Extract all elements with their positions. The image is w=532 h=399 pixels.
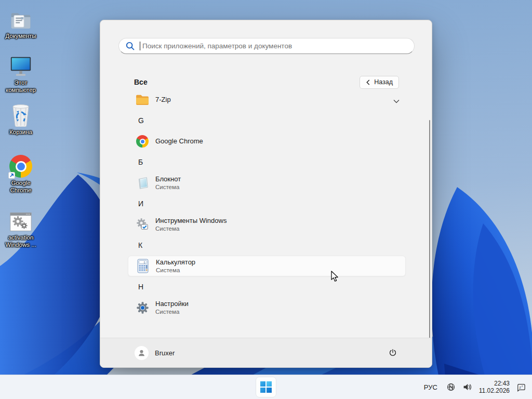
chrome-logo-icon <box>135 134 150 149</box>
speaker-icon[interactable] <box>462 382 472 392</box>
language-indicator[interactable]: РУС <box>422 382 440 392</box>
chevron-down-icon[interactable] <box>393 96 400 105</box>
svg-text:z: z <box>522 385 523 388</box>
desktop-icon-documents[interactable]: Документы <box>1 7 41 39</box>
desktop-icon-label: activation Windows ... <box>1 234 41 248</box>
folder-icon <box>135 92 150 108</box>
start-menu: Все Назад 7-Zip G Google Chrome <box>100 20 432 368</box>
windows-start-icon <box>260 381 272 393</box>
back-button[interactable]: Назад <box>360 76 399 89</box>
mouse-cursor <box>330 271 340 283</box>
app-list-item-google-chrome[interactable]: Google Chrome <box>128 131 406 152</box>
desktop-icon-label: Документы <box>5 32 36 39</box>
taskbar: РУС 22:43 11.02.2026 z z <box>0 375 532 399</box>
monitor-icon <box>9 54 32 77</box>
search-icon <box>125 41 135 51</box>
app-list-item-windows-tools[interactable]: Инструменты WindowsСистема <box>128 214 406 235</box>
desktop-icon-label: Google Chrome <box>1 179 41 194</box>
user-avatar-icon <box>135 346 149 360</box>
search-box[interactable] <box>118 38 415 54</box>
section-header-G: G <box>128 110 406 131</box>
user-account-button[interactable]: Bruxer <box>135 346 175 360</box>
app-list-item-7zip[interactable]: 7-Zip <box>128 89 406 110</box>
svg-text:z: z <box>519 385 521 389</box>
user-name: Bruxer <box>155 349 175 357</box>
desktop-icon-this-pc[interactable]: Этот компьютер <box>1 54 41 94</box>
power-icon <box>388 348 397 357</box>
globe-offline-icon[interactable] <box>446 382 456 392</box>
start-menu-footer: Bruxer <box>100 338 432 367</box>
desktop-icon-google-chrome[interactable]: Google Chrome <box>1 154 41 194</box>
all-apps-title: Все <box>134 78 148 86</box>
desktop-icon-label: Этот компьютер <box>1 79 41 94</box>
text-caret <box>140 42 140 50</box>
chrome-logo-icon <box>9 154 32 178</box>
windows-tools-icon <box>135 217 150 232</box>
scrollbar-thumb[interactable] <box>429 120 430 339</box>
script-window-icon <box>9 208 32 232</box>
settings-gear-icon <box>135 300 150 315</box>
section-header-К: К <box>128 235 406 256</box>
desktop-icon-activation-windows[interactable]: activation Windows ... <box>1 208 41 248</box>
section-header-И: И <box>128 193 406 214</box>
app-list: 7-Zip G Google Chrome Б <box>128 89 406 318</box>
app-list-item-notepad[interactable]: БлокнотСистема <box>128 172 406 193</box>
back-chevron-icon <box>366 79 370 85</box>
notepad-icon <box>135 175 150 191</box>
dnd-notification-icon[interactable]: z z <box>516 383 526 392</box>
system-tray: РУС 22:43 11.02.2026 z z <box>422 375 526 399</box>
desktop-icon-recycle-bin[interactable]: Корзина <box>1 103 41 136</box>
svg-text:0: 0 <box>144 261 145 264</box>
app-list-item-settings[interactable]: НастройкиСистема <box>128 297 406 318</box>
start-button[interactable] <box>256 377 276 397</box>
desktop-icon-label: Корзина <box>9 128 32 136</box>
app-list-item-calculator[interactable]: 0 КалькуляторСистема <box>128 256 406 276</box>
clock-time: 22:43 <box>479 380 510 387</box>
calculator-icon: 0 <box>135 258 151 274</box>
apps-header: Все Назад <box>134 75 399 89</box>
clock-date: 11.02.2026 <box>479 387 510 394</box>
section-header-Н: Н <box>128 276 406 297</box>
power-button[interactable] <box>385 345 401 361</box>
shortcut-arrow-badge <box>8 172 15 179</box>
taskbar-clock[interactable]: 22:43 11.02.2026 <box>479 380 510 394</box>
search-input[interactable] <box>141 42 408 50</box>
recycle-bin-icon <box>10 103 31 127</box>
section-header-Б: Б <box>128 152 406 172</box>
documents-folder-icon <box>10 7 32 31</box>
